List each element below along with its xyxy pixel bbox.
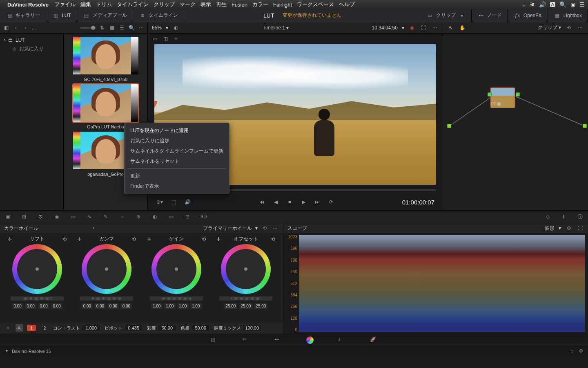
tracker-icon[interactable]: ⊕ [135,213,142,220]
page-media-icon[interactable]: ▤ [211,337,218,344]
lummix-input[interactable] [243,325,261,331]
menu-file[interactable]: ファイル [54,1,76,8]
nodes-button[interactable]: ⊷ノード [472,9,508,22]
menu-color[interactable]: カラー [252,1,268,8]
lift-val-g[interactable]: 0.00 [38,303,49,309]
menu-edit[interactable]: 編集 [80,1,91,8]
picker-icon[interactable]: ✛ [147,236,151,242]
grid-view-icon[interactable]: ▦ [108,24,116,31]
menu-fairlight[interactable]: Fairlight [273,2,292,8]
node-in-icon[interactable] [488,92,492,96]
app-name[interactable]: DaVinci Resolve [7,2,49,8]
sizing-icon[interactable]: ⊡ [184,213,191,220]
keyframes-icon[interactable]: ◇ [544,213,551,220]
lift-val-y[interactable]: 0.00 [12,303,23,309]
menu-workspace[interactable]: ワークスペース [297,1,334,8]
nav-back-icon[interactable]: ‹ [12,24,20,31]
clips-button[interactable]: ▭クリップ▾ [421,9,472,22]
ctx-refresh[interactable]: 更新 [125,171,229,181]
scope-mode[interactable]: 波形 [545,225,555,232]
lightbox-button[interactable]: ▦Lightbox [548,9,588,22]
resolve-logo-icon[interactable]: ✦ [5,348,9,354]
home-icon[interactable]: ⌂ [570,348,573,354]
gamma-val-y[interactable]: 0.00 [81,303,93,309]
more-icon[interactable]: ⋯ [138,24,145,31]
openfx-button[interactable]: ƒxOpenFX [508,9,548,22]
curves-icon[interactable]: ∿ [86,213,93,220]
blur-icon[interactable]: ◐ [151,213,158,220]
window-icon[interactable]: ○ [118,213,126,220]
search-icon[interactable]: 🔍 [128,24,135,31]
magic-icon[interactable]: ✧ [172,35,180,43]
hue-input[interactable] [191,325,210,331]
wheels-mode[interactable]: プライマリーホイール [203,225,252,232]
bluetooth-icon[interactable]: ⌵ [522,1,526,8]
panel-layout-icon[interactable]: ◧ [2,24,10,31]
image-wipe-icon[interactable]: ▭ [151,35,158,43]
gain-val-b[interactable]: 1.00 [190,303,202,309]
menu-help[interactable]: ヘルプ [339,1,355,8]
nodes-more-icon[interactable]: ⋯ [577,24,584,31]
chevron-down-icon[interactable]: ▾ [559,225,561,231]
page-edit-icon[interactable]: ✄ [243,337,250,344]
nav-fwd-icon[interactable]: › [22,24,29,31]
page-deliver-icon[interactable]: 🚀 [370,337,377,344]
page-tab-1[interactable]: 1 [27,325,36,331]
lift-val-b[interactable]: 0.00 [51,303,62,309]
reset-gain-icon[interactable]: ⟲ [202,236,206,242]
camera-raw-icon[interactable]: ▣ [4,213,11,220]
scope-expand-icon[interactable]: ⛶ [577,224,584,232]
hand-tool-icon[interactable]: ✋ [459,24,466,31]
qualifier-icon[interactable]: ✎ [102,213,109,220]
lift-val-r[interactable]: 0.00 [25,303,36,309]
page-color-icon[interactable] [306,337,314,344]
timeline-name[interactable]: Timeline 1 ▾ [263,25,289,31]
lut-folder[interactable]: ›🗀LUT [4,36,59,44]
mute-icon[interactable]: 🔊 [184,198,191,206]
gain-val-g[interactable]: 1.00 [177,303,189,309]
ctx-apply-lut[interactable]: LUTを現在のノードに適用 [125,126,229,136]
lut-thumb-0[interactable] [73,37,138,74]
play-icon[interactable]: ▶ [300,198,307,206]
bypass-icon[interactable]: ⊘▾ [156,198,163,206]
wipe-icon[interactable]: ◐ [172,24,180,31]
lift-wheel[interactable] [12,244,62,294]
menu-mark[interactable]: マーク [180,1,196,8]
scopes-icon[interactable]: ⫾ [560,213,568,220]
lift-jog[interactable] [11,296,64,301]
list-view-icon[interactable]: ☰ [118,24,125,31]
step-back-icon[interactable]: ◀ [272,198,279,206]
chevron-down-icon[interactable]: ▾ [255,225,258,231]
viewer-more-icon[interactable]: ⋯ [431,24,439,31]
node-input-dot[interactable] [447,124,451,128]
notification-icon[interactable]: ☰ [579,1,585,8]
ctx-reveal-finder[interactable]: Finderで表示 [125,181,229,191]
stereo-3d-icon[interactable]: 3D [200,213,207,220]
lut-button[interactable]: ▥LUT [46,9,77,22]
nodes-clips-dropdown[interactable]: クリップ ▾ [538,24,561,31]
color-picker-icon[interactable]: ◉ [408,24,416,31]
project-settings-icon[interactable]: ⚙ [579,348,583,354]
timeline-button[interactable]: ≡タイムライン [133,9,184,22]
node-output-dot[interactable] [583,124,587,128]
menu-timeline[interactable]: タイムライン [117,1,149,8]
ctx-add-favorite[interactable]: お気に入りに追加 [125,136,229,146]
gain-val-r[interactable]: 1.00 [164,303,176,309]
gamma-val-g[interactable]: 0.00 [107,303,119,309]
offset-val-g[interactable]: 25.00 [239,303,252,309]
info-icon[interactable]: ⓘ [577,213,584,220]
gain-wheel[interactable] [151,244,201,294]
favorites-item[interactable]: ☆お気に入り [4,44,59,54]
layers-icon[interactable]: ⬚ [170,198,177,206]
offset-val-r[interactable]: 25.00 [224,303,237,309]
zoom-level[interactable]: 65% [152,25,162,31]
rgb-mixer-icon[interactable]: ◉ [53,213,60,220]
reset-offset-icon[interactable]: ⟲ [271,236,275,242]
gamma-wheel[interactable] [82,244,131,294]
auto-balance-icon[interactable]: ✧ [4,324,11,332]
tc-chevron-icon[interactable]: ▾ [402,25,404,31]
gamma-val-r[interactable]: 0.00 [94,303,106,309]
page-fusion-icon[interactable]: ⊷ [274,337,282,344]
loop-icon[interactable]: ⟳ [327,198,335,206]
split-icon[interactable]: ◫ [162,35,169,43]
